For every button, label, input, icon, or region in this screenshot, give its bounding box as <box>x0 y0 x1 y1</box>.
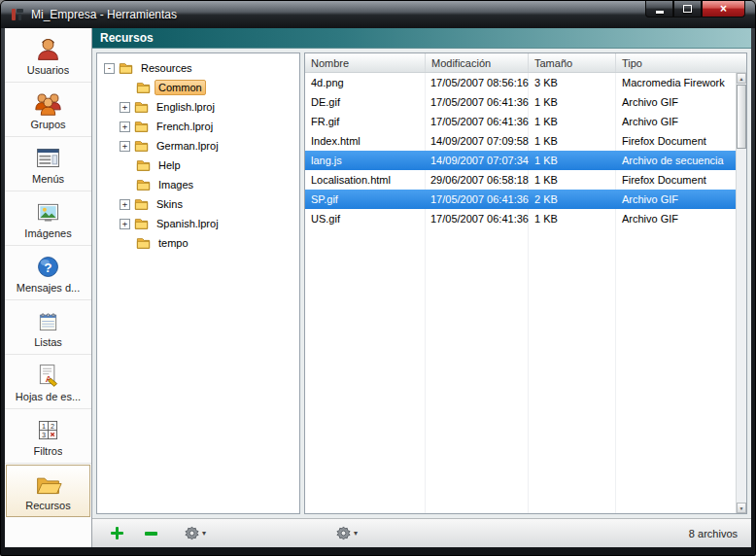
menu-window-icon <box>34 144 62 172</box>
scroll-down-icon[interactable]: ▼ <box>737 503 746 513</box>
collapse-icon[interactable]: - <box>104 63 115 74</box>
maximize-icon <box>683 5 692 13</box>
main-panel: Recursos - Resources Common <box>92 28 751 547</box>
list-actions-dropdown[interactable]: ▾ <box>333 523 361 543</box>
file-type: Archivo de secuencia <box>616 155 736 166</box>
add-button[interactable] <box>108 524 126 542</box>
tree-item-english-lproj[interactable]: + English.lproj <box>97 97 299 117</box>
file-modified: 17/05/2007 06:41:36 <box>426 213 529 225</box>
sidebar-item-hojas[interactable]: A Hojas de es... <box>5 355 91 409</box>
file-name: Localisation.html <box>305 174 426 186</box>
titlebar[interactable]: Mi_Empresa - Herramientas × <box>1 1 755 28</box>
remove-button[interactable] <box>142 529 160 539</box>
folder-icon <box>136 236 151 250</box>
tree-item-help[interactable]: Help <box>97 156 299 175</box>
sidebar-item-listas[interactable]: Listas <box>5 300 91 355</box>
file-name: US.gif <box>305 213 426 225</box>
table-row[interactable]: Index.html 14/09/2007 07:09:58 1 KB Fire… <box>305 131 736 151</box>
column-header-tipo[interactable]: Tipo <box>616 53 746 72</box>
file-name: Index.html <box>305 135 426 147</box>
expand-icon[interactable]: + <box>120 219 130 229</box>
sidebar-item-grupos[interactable]: Grupos <box>5 83 91 137</box>
image-icon <box>34 198 62 226</box>
file-modified: 17/05/2007 06:41:36 <box>426 193 529 205</box>
file-list-header: Nombre Modificación Tamaño Tipo <box>305 53 746 73</box>
expand-icon[interactable]: + <box>120 102 130 113</box>
file-modified: 14/09/2007 07:07:34 <box>426 155 529 166</box>
sidebar-item-filtros[interactable]: 1 2 3 Filtros <box>5 409 91 464</box>
table-row[interactable]: Localisation.html 29/06/2007 06:58:18 1 … <box>305 170 736 190</box>
tree-item-french-lproj[interactable]: + French.lproj <box>97 117 299 136</box>
sidebar-item-label: Mensajes d... <box>17 282 80 294</box>
folder-icon <box>134 197 149 211</box>
sidebar-item-label: Menús <box>32 173 64 185</box>
tree-item-resources[interactable]: - Resources <box>97 58 299 78</box>
sidebar-item-label: Recursos <box>25 500 70 511</box>
minimize-button[interactable] <box>645 1 673 17</box>
sidebar-item-mensajes[interactable]: ? Mensajes d... <box>5 246 91 300</box>
sidebar-item-menus[interactable]: Menús <box>5 137 91 191</box>
sidebar-item-usuarios[interactable]: Usuarios <box>5 28 91 83</box>
column-header-modificacion[interactable]: Modificación <box>426 53 529 72</box>
table-row-selected[interactable]: SP.gif 17/05/2007 06:41:36 2 KB Archivo … <box>305 190 736 209</box>
maximize-button[interactable] <box>673 1 702 17</box>
panel-header: Recursos <box>92 28 751 49</box>
table-row-selected[interactable]: lang.js 14/09/2007 07:07:34 1 KB Archivo… <box>305 151 736 170</box>
close-icon: × <box>720 2 727 16</box>
svg-text:1: 1 <box>42 421 46 430</box>
table-row[interactable]: US.gif 17/05/2007 06:41:36 1 KB Archivo … <box>305 209 736 228</box>
sidebar-item-label: Grupos <box>30 119 65 130</box>
tree-item-common[interactable]: Common <box>97 78 299 97</box>
plus-icon <box>111 527 123 539</box>
vertical-scrollbar[interactable]: ▲ ▼ <box>736 73 746 513</box>
file-size: 2 KB <box>529 193 616 205</box>
file-type: Archivo GIF <box>616 116 736 127</box>
folder-icon <box>119 61 133 75</box>
file-name: lang.js <box>305 155 426 166</box>
tree-actions-dropdown[interactable]: ▾ <box>182 523 209 543</box>
expand-icon[interactable]: + <box>120 199 130 210</box>
tree-item-images[interactable]: Images <box>97 175 299 194</box>
sidebar-item-imagenes[interactable]: Imágenes <box>5 191 91 246</box>
file-modified: 17/05/2007 08:56:16 <box>426 77 529 88</box>
sidebar-item-label: Listas <box>34 336 62 348</box>
tree-item-label: Resources <box>137 60 196 76</box>
tree-item-skins[interactable]: + Skins <box>97 194 299 214</box>
folder-icon <box>134 120 149 133</box>
folder-icon <box>136 178 151 191</box>
scrollbar-thumb[interactable] <box>737 85 746 149</box>
expand-icon[interactable]: + <box>120 122 130 132</box>
sidebar-item-recursos[interactable]: Recursos <box>6 465 90 517</box>
column-header-tamano[interactable]: Tamaño <box>529 53 616 72</box>
file-count-status: 8 archivos <box>689 528 738 539</box>
file-size: 1 KB <box>529 135 616 147</box>
file-modified: 17/05/2007 06:41:36 <box>426 96 529 108</box>
file-type: Archivo GIF <box>616 193 736 205</box>
chevron-down-icon: ▾ <box>202 529 206 538</box>
tree-item-tempo[interactable]: tempo <box>97 233 299 253</box>
file-type: Macromedia Firework <box>616 77 736 88</box>
stylesheet-icon: A <box>34 362 62 390</box>
sidebar: Usuarios Grupos <box>5 28 92 547</box>
file-modified: 17/05/2007 06:41:36 <box>426 116 529 127</box>
file-name: SP.gif <box>305 193 426 205</box>
resource-tree: - Resources Common + English.lproj <box>96 52 300 514</box>
tree-item-german-lproj[interactable]: + German.lproj <box>97 136 299 156</box>
filter-grid-icon: 1 2 3 <box>34 416 62 444</box>
gear-icon <box>336 526 351 540</box>
tree-item-label: English.lproj <box>153 99 219 115</box>
table-row[interactable]: FR.gif 17/05/2007 06:41:36 1 KB Archivo … <box>305 112 736 131</box>
file-name: FR.gif <box>305 116 426 127</box>
close-button[interactable]: × <box>702 1 745 17</box>
file-size: 1 KB <box>529 155 616 166</box>
table-row[interactable]: 4d.png 17/05/2007 08:56:16 3 KB Macromed… <box>305 73 736 92</box>
expand-icon[interactable]: + <box>120 141 130 152</box>
tree-item-spanish-lproj[interactable]: + Spanish.lproj <box>97 214 299 233</box>
file-type: Firefox Document <box>616 174 736 186</box>
tree-item-label: Common <box>155 80 206 95</box>
chevron-down-icon: ▾ <box>354 529 358 538</box>
table-row[interactable]: DE.gif 17/05/2007 06:41:36 1 KB Archivo … <box>305 92 736 112</box>
sidebar-item-label: Usuarios <box>27 64 69 76</box>
scroll-up-icon[interactable]: ▲ <box>737 73 746 84</box>
column-header-nombre[interactable]: Nombre <box>305 53 426 72</box>
